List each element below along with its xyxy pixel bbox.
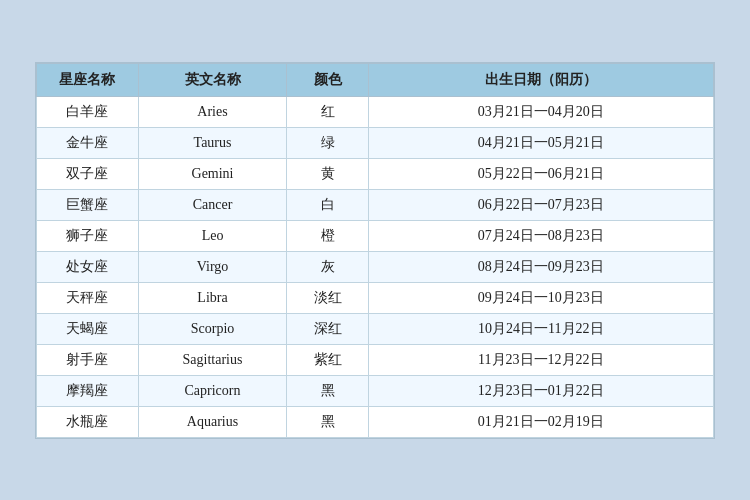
- table-row: 双子座Gemini黄05月22日一06月21日: [37, 158, 714, 189]
- cell-date: 07月24日一08月23日: [368, 220, 713, 251]
- table-row: 天蝎座Scorpio深红10月24日一11月22日: [37, 313, 714, 344]
- cell-date: 08月24日一09月23日: [368, 251, 713, 282]
- table-row: 处女座Virgo灰08月24日一09月23日: [37, 251, 714, 282]
- cell-color: 淡红: [287, 282, 368, 313]
- cell-english: Capricorn: [138, 375, 287, 406]
- table-row: 狮子座Leo橙07月24日一08月23日: [37, 220, 714, 251]
- cell-english: Leo: [138, 220, 287, 251]
- header-color: 颜色: [287, 63, 368, 96]
- cell-chinese: 天蝎座: [37, 313, 139, 344]
- table-row: 白羊座Aries红03月21日一04月20日: [37, 96, 714, 127]
- cell-date: 06月22日一07月23日: [368, 189, 713, 220]
- cell-date: 05月22日一06月21日: [368, 158, 713, 189]
- zodiac-table: 星座名称 英文名称 颜色 出生日期（阳历） 白羊座Aries红03月21日一04…: [36, 63, 714, 438]
- cell-chinese: 白羊座: [37, 96, 139, 127]
- cell-chinese: 金牛座: [37, 127, 139, 158]
- cell-color: 深红: [287, 313, 368, 344]
- cell-chinese: 处女座: [37, 251, 139, 282]
- header-chinese: 星座名称: [37, 63, 139, 96]
- cell-date: 12月23日一01月22日: [368, 375, 713, 406]
- table-row: 天秤座Libra淡红09月24日一10月23日: [37, 282, 714, 313]
- cell-color: 黑: [287, 375, 368, 406]
- cell-chinese: 摩羯座: [37, 375, 139, 406]
- cell-date: 04月21日一05月21日: [368, 127, 713, 158]
- cell-english: Aquarius: [138, 406, 287, 437]
- cell-chinese: 水瓶座: [37, 406, 139, 437]
- cell-color: 紫红: [287, 344, 368, 375]
- cell-chinese: 巨蟹座: [37, 189, 139, 220]
- table-body: 白羊座Aries红03月21日一04月20日金牛座Taurus绿04月21日一0…: [37, 96, 714, 437]
- cell-color: 灰: [287, 251, 368, 282]
- table-row: 射手座Sagittarius紫红11月23日一12月22日: [37, 344, 714, 375]
- cell-color: 黑: [287, 406, 368, 437]
- cell-english: Gemini: [138, 158, 287, 189]
- header-date: 出生日期（阳历）: [368, 63, 713, 96]
- table-row: 水瓶座Aquarius黑01月21日一02月19日: [37, 406, 714, 437]
- header-english: 英文名称: [138, 63, 287, 96]
- cell-date: 09月24日一10月23日: [368, 282, 713, 313]
- cell-english: Sagittarius: [138, 344, 287, 375]
- cell-english: Scorpio: [138, 313, 287, 344]
- cell-chinese: 天秤座: [37, 282, 139, 313]
- zodiac-table-container: 星座名称 英文名称 颜色 出生日期（阳历） 白羊座Aries红03月21日一04…: [35, 62, 715, 439]
- cell-english: Taurus: [138, 127, 287, 158]
- cell-color: 橙: [287, 220, 368, 251]
- cell-color: 白: [287, 189, 368, 220]
- cell-english: Virgo: [138, 251, 287, 282]
- cell-chinese: 双子座: [37, 158, 139, 189]
- cell-date: 10月24日一11月22日: [368, 313, 713, 344]
- cell-english: Aries: [138, 96, 287, 127]
- cell-english: Libra: [138, 282, 287, 313]
- cell-color: 绿: [287, 127, 368, 158]
- cell-english: Cancer: [138, 189, 287, 220]
- table-header-row: 星座名称 英文名称 颜色 出生日期（阳历）: [37, 63, 714, 96]
- table-row: 金牛座Taurus绿04月21日一05月21日: [37, 127, 714, 158]
- cell-date: 03月21日一04月20日: [368, 96, 713, 127]
- cell-color: 黄: [287, 158, 368, 189]
- cell-date: 01月21日一02月19日: [368, 406, 713, 437]
- cell-chinese: 射手座: [37, 344, 139, 375]
- cell-chinese: 狮子座: [37, 220, 139, 251]
- table-row: 摩羯座Capricorn黑12月23日一01月22日: [37, 375, 714, 406]
- cell-color: 红: [287, 96, 368, 127]
- cell-date: 11月23日一12月22日: [368, 344, 713, 375]
- table-row: 巨蟹座Cancer白06月22日一07月23日: [37, 189, 714, 220]
